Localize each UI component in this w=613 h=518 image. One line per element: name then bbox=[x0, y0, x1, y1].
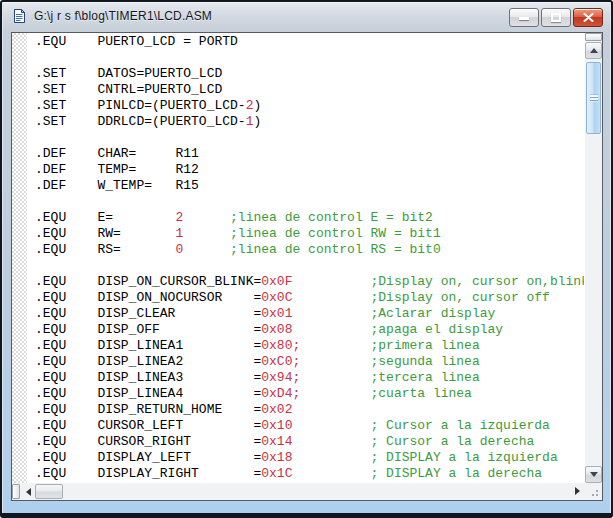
window-title: G:\j r s f\blog\TIMER1\LCD.ASM bbox=[34, 9, 212, 23]
code-line: .EQU DISP_LINEA2 =0xC0; ;segunda linea bbox=[35, 354, 584, 370]
close-icon bbox=[583, 13, 594, 22]
code-line: .DEF W_TEMP= R15 bbox=[35, 178, 584, 194]
scroll-down-button[interactable] bbox=[585, 466, 602, 483]
code-line: .EQU DISP_LINEA1 =0x80; ;primera linea bbox=[35, 338, 584, 354]
maximize-icon bbox=[551, 13, 561, 22]
code-line: .EQU PUERTO_LCD = PORTD bbox=[35, 34, 584, 50]
code-line: .DEF CHAR= R11 bbox=[35, 146, 584, 162]
code-line: .EQU DISP_LINEA3 =0x94; ;tercera linea bbox=[35, 370, 584, 386]
minimize-button[interactable] bbox=[509, 8, 539, 27]
vertical-split-handle-icon[interactable] bbox=[585, 33, 602, 41]
code-line: .EQU DISP_CLEAR =0x01 ;Aclarar display bbox=[35, 306, 584, 322]
horizontal-scrollbar[interactable] bbox=[12, 483, 585, 500]
code-line: .EQU RW= 1 ;linea de control RW = bit1 bbox=[35, 226, 584, 242]
code-line bbox=[35, 194, 584, 210]
code-line: .EQU DISP_ON_CURSOR_BLINK=0x0F ;Display … bbox=[35, 274, 584, 290]
editor-window: G:\j r s f\blog\TIMER1\LCD.ASM .EQU PUER… bbox=[0, 0, 613, 518]
scroll-up-button[interactable] bbox=[585, 42, 602, 59]
code-line bbox=[35, 130, 584, 146]
scrollbar-corner[interactable] bbox=[585, 483, 602, 500]
code-line: .EQU RS= 0 ;linea de control RS = bit0 bbox=[35, 242, 584, 258]
code-line: .EQU E= 2 ;linea de control E = bit2 bbox=[35, 210, 584, 226]
selection-margin-gutter[interactable] bbox=[12, 33, 27, 483]
scroll-right-icon[interactable] bbox=[575, 487, 580, 495]
code-line bbox=[35, 258, 584, 274]
code-line: .DEF TEMP= R12 bbox=[35, 162, 584, 178]
code-line: .SET DDRLCD=(PUERTO_LCD-1) bbox=[35, 114, 584, 130]
horizontal-scroll-thumb[interactable] bbox=[35, 484, 63, 499]
title-bar[interactable]: G:\j r s f\blog\TIMER1\LCD.ASM bbox=[2, 2, 611, 30]
code-line: .EQU DISP_ON_NOCURSOR =0x0C ;Display on,… bbox=[35, 290, 584, 306]
maximize-button[interactable] bbox=[541, 8, 571, 27]
horizontal-split-handle-icon[interactable] bbox=[12, 484, 20, 499]
code-line: .EQU CURSOR_LEFT =0x10 ; Cursor a la izq… bbox=[35, 418, 584, 434]
scroll-down-icon bbox=[590, 472, 598, 477]
code-line: .SET CNTRL=PUERTO_LCD bbox=[35, 82, 584, 98]
vertical-scroll-thumb[interactable] bbox=[586, 62, 601, 134]
text-document-icon bbox=[11, 8, 27, 24]
code-line: .EQU DISPLAY_LEFT =0x18 ; DISPLAY a la i… bbox=[35, 450, 584, 466]
code-line: .EQU CURSOR_RIGHT =0x14 ; Cursor a la de… bbox=[35, 434, 584, 450]
code-line: .SET DATOS=PUERTO_LCD bbox=[35, 66, 584, 82]
vertical-scrollbar[interactable] bbox=[585, 33, 602, 483]
window-controls bbox=[509, 8, 603, 27]
scroll-left-icon[interactable] bbox=[26, 488, 31, 496]
minimize-icon bbox=[519, 17, 529, 20]
resize-grip-icon[interactable] bbox=[596, 494, 598, 496]
code-line: .EQU DISP_LINEA4 =0xD4; ;cuarta linea bbox=[35, 386, 584, 402]
code-line: .EQU DISP_RETURN_HOME =0x02 bbox=[35, 402, 584, 418]
close-button[interactable] bbox=[573, 8, 603, 27]
code-line: .EQU DISPLAY_RIGHT =0x1C ; DISPLAY a la … bbox=[35, 466, 584, 482]
code-line: .SET PINLCD=(PUERTO_LCD-2) bbox=[35, 98, 584, 114]
code-line: .EQU DISP_OFF =0x08 ;apaga el display bbox=[35, 322, 584, 338]
scroll-up-icon bbox=[590, 48, 598, 53]
code-line bbox=[35, 50, 584, 66]
code-editor[interactable]: .EQU PUERTO_LCD = PORTD.SET DATOS=PUERTO… bbox=[11, 32, 603, 501]
code-lines[interactable]: .EQU PUERTO_LCD = PORTD.SET DATOS=PUERTO… bbox=[35, 34, 584, 482]
